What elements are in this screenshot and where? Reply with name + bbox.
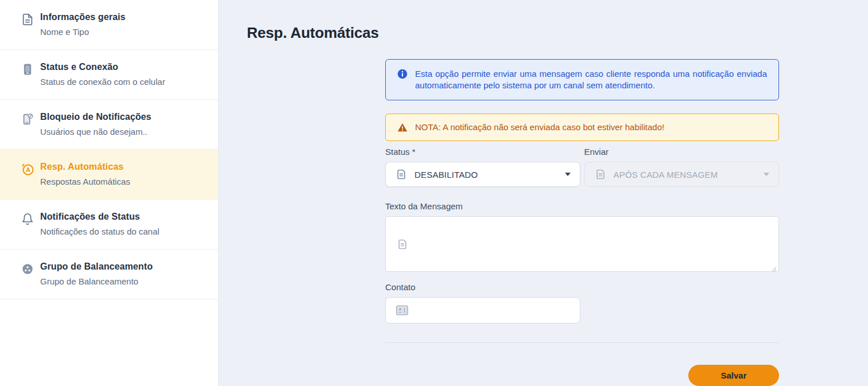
contact-input[interactable] <box>385 297 580 323</box>
sidebar-item-subtitle: Status de conexão com o celular <box>40 77 165 87</box>
sidebar-item-resp-automaticas[interactable]: A Resp. Automáticas Respostas Automática… <box>0 150 218 200</box>
contact-field <box>385 297 580 323</box>
phone-blocked-icon <box>21 112 34 126</box>
sidebar-item-subtitle: Notificações do status do canal <box>40 227 160 237</box>
settings-sidebar: Informações gerais Nome e Tipo Status e … <box>0 0 219 386</box>
sidebar-item-status-conexao[interactable]: Status e Conexão Status de conexão com o… <box>0 50 218 100</box>
selects-row: Status * DESABILITADO Enviar <box>385 147 779 187</box>
smartphone-icon <box>21 63 34 76</box>
enviar-label: Enviar <box>584 147 780 157</box>
sidebar-item-title: Grupo de Balanceamento <box>40 262 153 272</box>
info-alert-text: Esta opção permite enviar uma mensagem c… <box>415 68 767 91</box>
sidebar-item-title: Bloqueio de Notificações <box>40 112 152 122</box>
warning-alert: NOTA: A notificação não será enviada cas… <box>385 114 779 141</box>
status-field-group: Status * DESABILITADO <box>385 147 580 187</box>
warning-alert-text: NOTA: A notificação não será enviada cas… <box>415 122 664 133</box>
status-select[interactable]: DESABILITADO <box>385 162 580 187</box>
enviar-field-group: Enviar APÓS CADA MENSAGEM <box>584 147 780 187</box>
sidebar-item-bloqueio-notificacoes[interactable]: Bloqueio de Notificações Usuários que nã… <box>0 100 218 150</box>
sidebar-item-subtitle: Usuários que não desejam.. <box>40 127 152 137</box>
sidebar-item-informacoes-gerais[interactable]: Informações gerais Nome e Tipo <box>0 0 218 50</box>
form-content: Esta opção permite enviar uma mensagem c… <box>385 59 779 386</box>
info-icon <box>397 69 408 79</box>
message-field <box>385 216 779 272</box>
file-text-icon <box>21 13 34 26</box>
sidebar-item-title: Notificações de Status <box>40 212 160 222</box>
chevron-down-icon <box>764 173 769 176</box>
enviar-select: APÓS CADA MENSAGEM <box>584 162 780 187</box>
chevron-down-icon <box>565 173 571 176</box>
warning-icon <box>397 122 408 132</box>
file-text-icon <box>396 169 407 180</box>
sidebar-item-title: Status e Conexão <box>40 62 165 72</box>
sidebar-item-notificacoes-status[interactable]: Notificações de Status Notificações do s… <box>0 200 218 249</box>
file-text-icon <box>595 169 606 180</box>
sidebar-item-title: Resp. Automáticas <box>40 162 130 172</box>
sidebar-item-subtitle: Respostas Automáticas <box>40 177 130 187</box>
status-select-value: DESABILITADO <box>414 170 565 180</box>
message-textarea[interactable] <box>385 216 779 272</box>
actions-row: Salvar <box>385 365 779 386</box>
svg-text:A: A <box>26 166 30 173</box>
enviar-select-value: APÓS CADA MENSAGEM <box>614 170 764 180</box>
info-alert: Esta opção permite enviar uma mensagem c… <box>385 59 779 100</box>
auto-reply-icon: A <box>21 162 34 176</box>
bell-icon <box>21 212 34 226</box>
message-label: Texto da Mensagem <box>385 202 779 211</box>
save-button[interactable]: Salvar <box>688 365 779 386</box>
contact-label: Contato <box>385 283 779 292</box>
sidebar-item-grupo-balanceamento[interactable]: Grupo de Balanceamento Grupo de Balancea… <box>0 249 218 299</box>
main-panel: Resp. Automáticas Esta opção permite env… <box>219 0 868 386</box>
sidebar-item-title: Informações gerais <box>40 12 126 22</box>
page-title: Resp. Automáticas <box>247 24 868 42</box>
section-divider <box>385 342 779 343</box>
balance-group-icon <box>21 262 34 276</box>
status-label: Status * <box>385 147 580 157</box>
sidebar-item-subtitle: Grupo de Balanceamento <box>40 276 153 287</box>
sidebar-item-subtitle: Nome e Tipo <box>40 27 126 37</box>
